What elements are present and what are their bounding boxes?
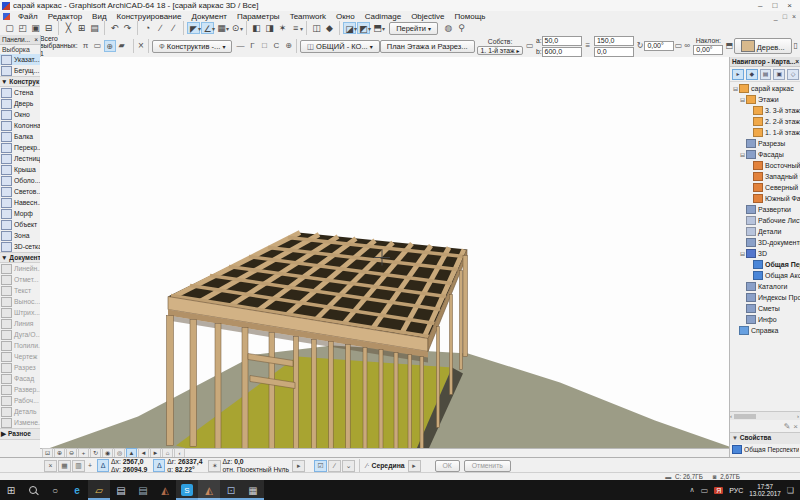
calculator-icon[interactable]: ▦ [242, 480, 264, 500]
project-map-icon[interactable]: ▸ [732, 69, 744, 80]
notes-app-icon[interactable]: ▤ [132, 480, 154, 500]
paste-icon[interactable]: ▤ [88, 22, 101, 34]
redo-icon[interactable]: ↷ [121, 22, 134, 34]
navigator-close-icon[interactable]: × [795, 58, 799, 65]
tool-pointer[interactable]: Указат... [0, 54, 40, 65]
tree-item[interactable]: Детали [730, 226, 800, 237]
tree-item[interactable]: 1. 1-й этаж [730, 127, 800, 138]
order-icon-dropdown[interactable]: ▾ [300, 25, 303, 32]
dz-value[interactable]: 0,0 [234, 458, 243, 465]
close-icon[interactable]: × [787, 1, 792, 10]
tree-item[interactable]: 3D-документы [730, 237, 800, 248]
tree-item[interactable]: ⊟сарай каркас [730, 83, 800, 94]
material-dropdown[interactable]: Дерев... [734, 38, 792, 54]
edit-view-icon[interactable]: ✎ [784, 422, 791, 431]
renovation-icon[interactable]: ◔ [141, 22, 154, 34]
menu-документ[interactable]: Документ [186, 12, 232, 21]
menu-teamwork[interactable]: Teamwork [285, 12, 331, 21]
slope-input[interactable]: 0,00° [693, 45, 723, 55]
tool-arc[interactable]: Дуга/О... [0, 329, 40, 340]
menu-вид[interactable]: Вид [87, 12, 111, 21]
tool-slab[interactable]: Перекр... [0, 142, 40, 153]
tree-item[interactable]: 2. 2-й этаж [730, 116, 800, 127]
tree-item[interactable]: Индексы Проекта [730, 292, 800, 303]
gravity-icon-dropdown[interactable]: ▾ [240, 25, 243, 32]
cancel-button[interactable]: Отменить [464, 460, 511, 472]
document-icon[interactable] [3, 13, 10, 20]
skype-icon[interactable]: S [176, 480, 198, 500]
tool-zone[interactable]: Зона [0, 230, 40, 241]
expander-icon[interactable]: ⊟ [739, 96, 746, 103]
network-icon[interactable]: ▭ [701, 486, 709, 495]
home-story-selector[interactable]: 1. 1-й этаж ▸ [477, 46, 524, 55]
explorer-icon[interactable]: ▱ [88, 480, 110, 500]
walk-mode-icon[interactable]: ⚲ [455, 23, 468, 33]
magic-wand-icon[interactable]: ✶ [276, 22, 289, 34]
menu-помощь[interactable]: Помощь [450, 12, 491, 21]
expand-tracker-icon[interactable]: ▸ [292, 460, 305, 472]
tool-interior-elevation[interactable]: Развер... [0, 384, 40, 395]
child-restore-icon[interactable]: □ [783, 13, 787, 20]
coord-close-icon[interactable]: × [44, 460, 57, 472]
menu-cadimage[interactable]: Cadimage [360, 12, 406, 21]
notification-center-icon[interactable]: ❏ [787, 486, 794, 495]
tool-column[interactable]: Колонна [0, 120, 40, 131]
new-icon[interactable]: ▢ [3, 22, 16, 34]
undo-icon[interactable]: ↶ [108, 22, 121, 34]
tool-beam[interactable]: Балка [0, 131, 40, 142]
tool-mesh[interactable]: 3D-сетка [0, 241, 40, 252]
save-icon[interactable]: ▣ [29, 22, 42, 34]
3d-window-icon-dropdown[interactable]: ▾ [382, 25, 385, 32]
delete-selection-icon[interactable]: × [137, 40, 145, 52]
delta-toggle-icon[interactable]: Δ [97, 459, 109, 472]
task-view-button[interactable]: ○ [44, 480, 66, 500]
suspend-groups-icon[interactable]: ◧ [250, 22, 263, 34]
expander-icon[interactable]: ⊟ [732, 85, 739, 92]
teamwork-globe-icon[interactable]: ◍ [442, 23, 455, 33]
b-input[interactable]: 600,0 [542, 47, 582, 57]
snap-point-label[interactable]: Середина [372, 462, 405, 469]
tool-fill[interactable]: Штрих... [0, 307, 40, 318]
store-icon[interactable]: ▤ [110, 480, 132, 500]
menu-параметры[interactable]: Параметры [232, 12, 285, 21]
tree-item[interactable]: Инфо [730, 314, 800, 325]
toolbox-section-разное[interactable]: ▶ Разное [0, 428, 40, 440]
toolbox-close-icon[interactable]: × [34, 36, 38, 43]
child-close-icon[interactable]: × [792, 13, 796, 20]
tool-shell[interactable]: Оболо... [0, 175, 40, 186]
geometry-method-3-icon[interactable]: С [270, 40, 282, 52]
toolbox-section-документ[interactable]: ▼ Документ [0, 252, 40, 263]
tool-polyline[interactable]: Полили... [0, 340, 40, 351]
geometry-method-2-icon[interactable]: □ [258, 40, 270, 52]
3d-viewport[interactable] [40, 57, 729, 457]
clock[interactable]: 17:57 13.02.2017 [749, 483, 781, 497]
link-icon[interactable]: ∞ [683, 40, 691, 52]
ok-button[interactable]: ОК [435, 460, 460, 472]
geometry-method-0-icon[interactable]: — [234, 40, 246, 52]
layers-icon[interactable]: ◫ [310, 22, 323, 34]
menu-файл[interactable]: Файл [13, 12, 43, 21]
tool-text[interactable]: Текст [0, 285, 40, 296]
paint-bucket-icon[interactable]: ⬒ [725, 40, 733, 52]
z-origin-icon[interactable]: ✶ [208, 460, 221, 472]
tool-wall[interactable]: Стена [0, 87, 40, 98]
expander-icon[interactable]: ⊟ [739, 250, 746, 257]
pencil-icon[interactable]: ∕ [154, 22, 167, 34]
tool-line[interactable]: Линия [0, 318, 40, 329]
tool-drawing[interactable]: Чертеж [0, 351, 40, 362]
trash-icon[interactable]: ▯ [792, 40, 800, 52]
rotation-input[interactable]: 0,00° [644, 41, 674, 51]
offset-input[interactable]: 150,0 [594, 36, 634, 46]
autogroup-icon[interactable]: ◨ [263, 22, 276, 34]
copy-icon[interactable]: ⊞ [75, 22, 88, 34]
layer-dropdown[interactable]: ◫ ОБЩИЙ - КО... ▾ [300, 40, 380, 53]
tree-item[interactable]: Общая Перспектива [730, 259, 800, 270]
archicad-project-icon[interactable]: ◭ [154, 480, 176, 500]
archicad-active-icon[interactable]: ◭ [198, 480, 220, 500]
tool-label[interactable]: Вынос... [0, 296, 40, 307]
tree-item[interactable]: Развертки [730, 204, 800, 215]
tool-level-dimension[interactable]: Отмет... [0, 274, 40, 285]
tool-object[interactable]: Объект [0, 219, 40, 230]
geometry-method-1-icon[interactable]: Г [246, 40, 258, 52]
tool-marquee[interactable]: Бегущ... [0, 65, 40, 76]
